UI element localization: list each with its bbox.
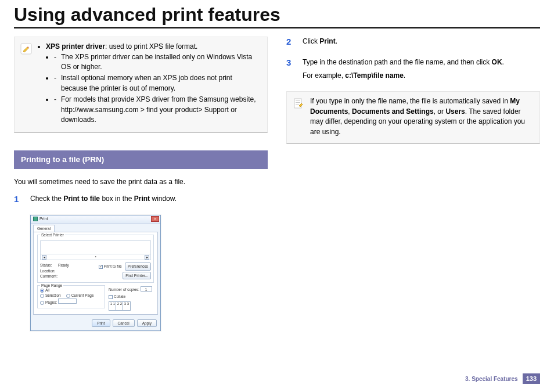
prn-intro: You will sometimes need to save the prin… [14, 177, 268, 187]
status-value: Ready [58, 263, 69, 267]
step-1-number: 1 [14, 194, 23, 207]
radio-selection-label: Selection [45, 293, 61, 297]
title-rule [14, 27, 540, 28]
right-column: 2 Click Print. 3 Type in the destination… [286, 37, 540, 331]
radio-pages-label: Pages: [45, 300, 57, 304]
s3b-pre: For example, [303, 71, 345, 80]
dialog-footer: Print Cancel Apply [31, 317, 160, 330]
s1-post: window. [150, 195, 177, 203]
location-label: Location: [40, 268, 69, 274]
note1-sub2: Install optional memory when an XPS job … [54, 73, 260, 93]
group-page-range-label: Page Range [40, 283, 63, 288]
sheet-3: 3 3 [123, 301, 131, 311]
s3a-post: . [502, 58, 504, 66]
tab-general[interactable]: General [33, 225, 55, 232]
printer-icon [33, 217, 38, 221]
print-dialog-illustration: Print × General Select Printer ◂ [30, 215, 268, 332]
print-to-file-checkbox[interactable]: ✓ Print to file [99, 264, 122, 269]
section-bar-printing-prn: Printing to a file (PRN) [14, 150, 268, 169]
print-button[interactable]: Print [92, 319, 110, 327]
copies-input[interactable]: 1 [141, 286, 152, 292]
note-page-icon [293, 98, 304, 109]
step-3: 3 Type in the destination path and the f… [286, 57, 540, 85]
n2-b2: Documents and Settings [352, 107, 434, 116]
n2-b3: Users [445, 107, 465, 116]
document-footer: 3. Special Features 133 [465, 373, 540, 384]
scroll-right-icon[interactable]: ▸ [145, 255, 149, 260]
note-xps-driver: XPS printer driver: used to print XPS fi… [14, 37, 268, 133]
note1-sub3: For models that provide XPS driver from … [54, 95, 260, 125]
s2-pre: Click [303, 37, 319, 45]
step-3-number: 3 [286, 57, 296, 85]
group-page-range: Page Range All Selection Current Page [37, 285, 105, 308]
apply-button[interactable]: Apply [137, 319, 157, 327]
s3a-b: OK [492, 58, 502, 66]
xps-driver-bold: XPS printer driver [46, 42, 105, 51]
collate-illustration: 1 1 2 2 3 3 [109, 301, 129, 312]
page-title: Using advanced print features [14, 5, 540, 25]
radio-all-label: All [45, 288, 49, 292]
printer-list[interactable]: ◂ ▪ ▸ [40, 240, 151, 260]
svg-rect-4 [296, 104, 299, 105]
step-1: 1 Check the Print to file box in the Pri… [14, 194, 268, 207]
s2-post: . [336, 37, 337, 45]
comment-label: Comment: [40, 274, 69, 279]
note-file-save-location: If you type in only the file name, the f… [286, 91, 540, 144]
collate-checkbox[interactable]: Collate [109, 294, 125, 299]
copies-label: Number of copies: [109, 287, 139, 292]
close-icon[interactable]: × [151, 216, 159, 222]
status-label: Status: [40, 263, 52, 267]
collate-label: Collate [114, 294, 125, 299]
step-2-number: 2 [286, 37, 296, 50]
print-to-file-label: Print to file [104, 264, 122, 269]
svg-rect-2 [296, 100, 300, 101]
note2-content: If you type in only the file name, the f… [310, 96, 533, 137]
n2-s1: , [348, 107, 352, 116]
s3b-b: c:\Temp\file name [345, 71, 403, 80]
scroll-left-icon[interactable]: ◂ [42, 255, 46, 260]
s2-b1: Print [319, 37, 335, 45]
s3a-pre: Type in the destination path and the fil… [303, 58, 492, 66]
find-printer-button[interactable]: Find Printer... [123, 272, 151, 279]
step-2: 2 Click Print. [286, 37, 540, 50]
left-column: XPS printer driver: used to print XPS fi… [14, 37, 268, 331]
footer-chapter: 3. Special Features [465, 376, 518, 382]
printer-list-scrollbar[interactable]: ◂ ▪ ▸ [41, 254, 150, 260]
note-pencil-icon [20, 43, 32, 55]
group-select-printer: Select Printer ◂ ▪ ▸ Status: [37, 235, 154, 283]
note-content: XPS printer driver: used to print XPS fi… [38, 42, 260, 126]
cancel-button[interactable]: Cancel [113, 319, 135, 327]
s3b-post: . [404, 71, 405, 80]
xps-driver-rest: : used to print XPS file format. [105, 42, 197, 51]
radio-all[interactable] [40, 289, 44, 293]
footer-page-number: 133 [523, 373, 540, 384]
pages-input[interactable] [58, 299, 77, 304]
radio-current-page[interactable] [66, 294, 70, 298]
s1-mid: box in the [100, 195, 134, 203]
dialog-title: Print [39, 216, 48, 222]
scroll-thumb[interactable]: ▪ [46, 254, 145, 260]
content-columns: XPS printer driver: used to print XPS fi… [14, 37, 540, 331]
n2-s2: , or [434, 107, 446, 116]
step-1-body: Check the Print to file box in the Print… [30, 194, 268, 207]
group-select-printer-label: Select Printer [40, 232, 65, 238]
s1-b2: Print [134, 195, 150, 203]
radio-current-label: Current Page [71, 293, 94, 297]
s1-pre: Check the [30, 195, 63, 203]
s1-b1: Print to file [63, 195, 100, 203]
radio-selection[interactable] [40, 294, 44, 298]
radio-pages[interactable] [40, 301, 44, 305]
n2-pre: If you type in only the file name, the f… [310, 97, 510, 105]
copies-area: Number of copies: 1 Collate 1 1 2 2 3 3 [109, 285, 154, 312]
svg-rect-3 [296, 102, 300, 103]
note1-sub1: The XPS printer driver can be installed … [54, 52, 260, 73]
dialog-titlebar: Print × [31, 215, 160, 224]
preferences-button[interactable]: Preferences [125, 262, 151, 270]
